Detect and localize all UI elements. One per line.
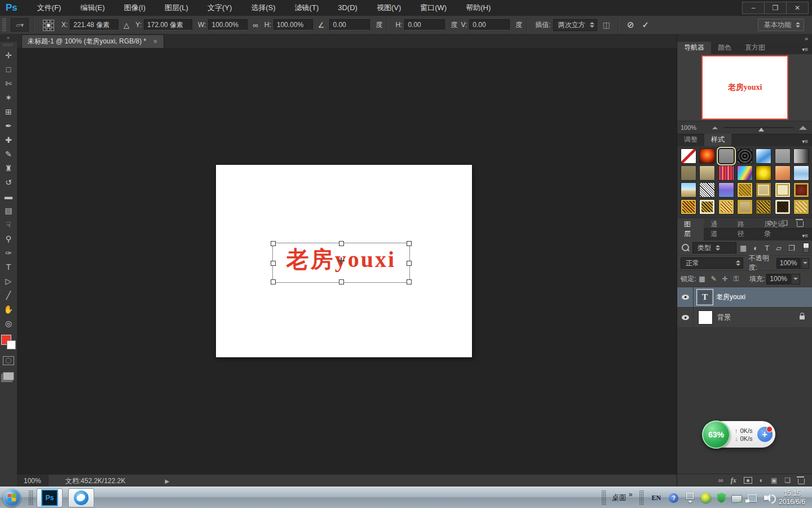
document-tab[interactable]: 未标题-1 @ 100% (老房youxi, RGB/8) * ✕: [21, 34, 164, 48]
magic-wand-tool[interactable]: ✶: [1, 90, 16, 104]
path-select-tool[interactable]: ▷: [1, 274, 16, 288]
style-swatch-26[interactable]: [756, 199, 771, 214]
vskew-input[interactable]: 0.00: [469, 19, 510, 30]
transform-handle[interactable]: [407, 261, 412, 266]
add-mask-icon[interactable]: [744, 477, 752, 484]
angle-input[interactable]: 0.00: [329, 19, 370, 30]
zoom-tool[interactable]: ◎: [1, 316, 16, 330]
y-input[interactable]: 172.00 像素: [144, 19, 192, 30]
filter-pixel-icon[interactable]: ▦: [740, 244, 747, 252]
style-swatch-10[interactable]: [718, 165, 734, 181]
reference-point-locator[interactable]: [43, 20, 54, 30]
filter-adjustment-icon[interactable]: ◐: [753, 244, 758, 252]
cancel-transform-button[interactable]: ⊘: [627, 20, 634, 30]
style-swatch-3[interactable]: [718, 148, 734, 164]
toolbar-collapse[interactable]: »: [0, 34, 17, 42]
workspace-switcher[interactable]: 基本功能: [758, 19, 804, 31]
network-icon[interactable]: [748, 494, 757, 502]
navigator-preview[interactable]: 老房youxi: [701, 55, 788, 120]
filter-type-layer-icon[interactable]: T: [765, 244, 769, 252]
menu-item-6[interactable]: 滤镜(T): [285, 0, 329, 16]
style-swatch-27[interactable]: [775, 199, 791, 214]
interpolation-select[interactable]: 两次立方: [553, 19, 597, 31]
transform-bounding-box[interactable]: 老房youxi: [272, 243, 410, 283]
commit-transform-button[interactable]: ✓: [642, 20, 649, 30]
style-swatch-16[interactable]: [699, 182, 715, 198]
taskbar-blue-app-button[interactable]: [68, 488, 94, 507]
speed-widget[interactable]: 63% ↑ 0K/s ↓ 0K/s +: [703, 421, 775, 448]
zoom-out-icon[interactable]: [712, 126, 718, 129]
options-grip[interactable]: [2, 19, 6, 31]
history-brush-tool[interactable]: ↺: [1, 175, 16, 189]
adjustment-layer-icon[interactable]: ◐: [760, 476, 764, 484]
transform-handle[interactable]: [339, 241, 344, 246]
menu-item-10[interactable]: 帮助(H): [456, 0, 500, 16]
lock-icon-1[interactable]: ✎: [711, 275, 717, 283]
visibility-toggle[interactable]: [677, 287, 694, 307]
lock-icon-3[interactable]: ⚿: [734, 275, 739, 283]
canvas-area[interactable]: 老房youxi: [17, 48, 677, 474]
update-check-icon[interactable]: [731, 495, 742, 503]
clone-stamp-tool[interactable]: ♜: [1, 161, 16, 175]
start-button[interactable]: [3, 489, 21, 507]
link-dimensions-icon[interactable]: ∞: [253, 21, 258, 29]
toolbar-grip[interactable]: [3, 43, 14, 46]
antivirus-shield-icon[interactable]: [717, 493, 726, 503]
menu-item-7[interactable]: 3D(D): [328, 0, 367, 16]
slider-thumb[interactable]: [758, 128, 764, 132]
hskew-input[interactable]: 0.00: [404, 19, 445, 30]
hand-tool[interactable]: ✋: [1, 302, 16, 316]
tool-preset-picker[interactable]: ▱▾: [11, 18, 29, 32]
style-swatch-24[interactable]: [718, 199, 734, 214]
navigator-zoom-slider[interactable]: [723, 127, 793, 128]
blend-mode-select[interactable]: 正常: [681, 257, 743, 269]
style-swatch-2[interactable]: [699, 148, 715, 164]
filter-type-select[interactable]: 类型: [692, 242, 736, 253]
ime-help-icon[interactable]: ?: [669, 493, 678, 503]
style-swatch-1[interactable]: [681, 148, 696, 164]
menu-item-8[interactable]: 视图(V): [367, 0, 411, 16]
gradient-tool[interactable]: ▤: [1, 203, 16, 217]
layers-tab-1[interactable]: 通道: [704, 218, 730, 240]
styles-panel-menu-icon[interactable]: ▾≡: [797, 138, 812, 146]
style-swatch-22[interactable]: [681, 199, 696, 214]
styles-tab-0[interactable]: 调整: [677, 134, 704, 146]
background-color[interactable]: [7, 340, 16, 349]
healing-brush-tool[interactable]: ✚: [1, 133, 16, 147]
smudge-tool[interactable]: ☟: [1, 217, 16, 231]
zoom-in-icon[interactable]: [799, 126, 807, 130]
transform-handle[interactable]: [271, 279, 276, 284]
desktop-toolbar-label[interactable]: 桌面: [612, 493, 626, 503]
filter-switch[interactable]: [803, 243, 809, 253]
layers-tab-0[interactable]: 图层: [677, 218, 704, 240]
menu-item-0[interactable]: 文件(F): [28, 0, 71, 16]
pen-tool[interactable]: ✑: [1, 246, 16, 260]
width-input[interactable]: 100.00%: [208, 19, 248, 30]
language-indicator[interactable]: EN: [652, 494, 661, 502]
minimize-button[interactable]: –: [742, 2, 765, 14]
filter-shape-icon[interactable]: ▱: [776, 244, 782, 252]
style-swatch-6[interactable]: [775, 148, 791, 164]
layer-row-1[interactable]: 背景: [677, 308, 812, 328]
style-swatch-9[interactable]: [699, 165, 715, 181]
line-tool[interactable]: ╱: [1, 288, 16, 302]
height-input[interactable]: 100.00%: [273, 19, 313, 30]
tab-close-icon[interactable]: ✕: [153, 38, 157, 45]
lock-icon-0[interactable]: ▦: [699, 275, 705, 283]
status-zoom-field[interactable]: 100%: [17, 475, 48, 487]
styles-tab-1[interactable]: 样式: [704, 134, 731, 146]
transform-handle[interactable]: [271, 241, 276, 246]
tray-grip[interactable]: [602, 491, 606, 505]
opacity-dropdown-icon[interactable]: [801, 258, 809, 269]
style-swatch-4[interactable]: [737, 148, 753, 164]
clock[interactable]: 15:15 2016/6/6: [779, 489, 805, 506]
volume-icon[interactable]: [764, 496, 767, 500]
style-swatch-8[interactable]: [681, 165, 696, 181]
style-swatch-7[interactable]: [793, 148, 809, 164]
reference-point-icon[interactable]: [338, 257, 345, 264]
toolbar-overflow-icon[interactable]: »: [629, 491, 633, 498]
taskbar-photoshop-button[interactable]: Ps: [37, 488, 63, 507]
move-tool[interactable]: ✛: [1, 48, 16, 62]
delete-style-icon[interactable]: [797, 221, 804, 227]
restore-button[interactable]: ❐: [765, 2, 787, 14]
